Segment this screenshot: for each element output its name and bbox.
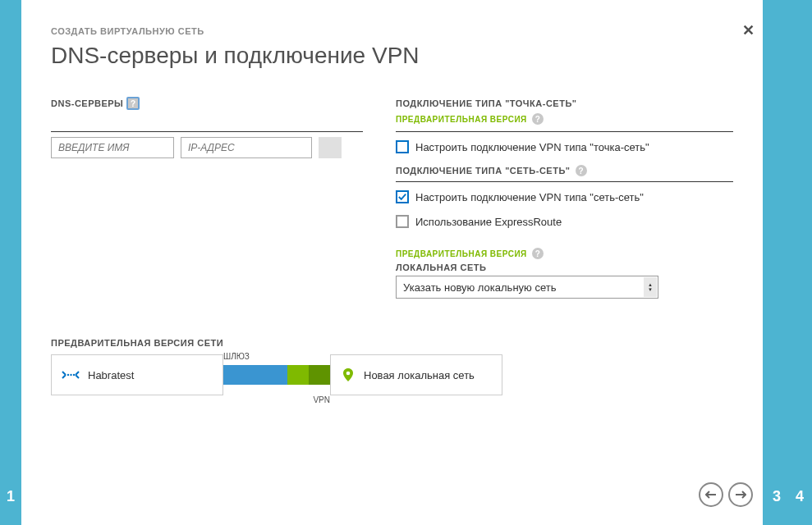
step-number-3: 3 [773,488,781,505]
checkbox-checked-icon [396,190,409,203]
gateway-blue-bar [223,365,287,385]
select-arrows-icon: ▲▼ [644,277,657,297]
local-network-box: Новая локальная сеть [330,354,502,395]
p2s-checkbox-row[interactable]: Настроить подключение VPN типа "точка-се… [396,140,733,153]
svg-point-3 [346,372,351,376]
help-icon[interactable]: ? [126,97,140,110]
point-to-site-label: ПОДКЛЮЧЕНИЕ ТИПА "ТОЧКА-СЕТЬ" [396,98,577,108]
location-pin-icon [341,368,356,382]
preview-tag: ПРЕДВАРИТЕЛЬНАЯ ВЕРСИЯ [396,115,527,124]
local-network-name: Новая локальная сеть [364,369,475,381]
dns-servers-label: DNS-СЕРВЕРЫ ? [51,97,140,110]
expressroute-checkbox-row[interactable]: Использование ExpressRoute [396,215,733,228]
local-network-label: ЛОКАЛЬНАЯ СЕТЬ [396,262,733,272]
dns-name-input[interactable] [51,137,174,158]
dns-servers-label-text: DNS-СЕРВЕРЫ [51,98,123,108]
dns-ip-input[interactable] [181,137,312,158]
next-button[interactable] [728,482,753,507]
wizard-content: СОЗДАТЬ ВИРТУАЛЬНУЮ СЕТЬ DNS-серверы и п… [21,0,763,525]
s2s-checkbox-label: Настроить подключение VPN типа "сеть-сет… [415,191,644,203]
local-network-select[interactable]: Указать новую локальную сеть ▲▼ [396,276,658,299]
network-diagram: Habratest ШЛЮЗ VPN Новая локальная сеть [51,354,733,395]
breadcrumb: СОЗДАТЬ ВИРТУАЛЬНУЮ СЕТЬ [51,26,733,36]
local-network-selected-value: Указать новую локальную сеть [403,281,556,294]
wizard-step-right-strip: 3 4 [763,0,812,525]
network-preview-label: ПРЕДВАРИТЕЛЬНАЯ ВЕРСИЯ СЕТИ [51,338,733,348]
step-number-4: 4 [796,488,804,505]
s2s-checkbox-row[interactable]: Настроить подключение VPN типа "сеть-сет… [396,190,733,203]
svg-point-1 [70,374,71,376]
checkbox-unchecked-icon [396,215,409,228]
gateway-label: ШЛЮЗ [223,352,250,361]
checkbox-unchecked-icon [396,140,409,153]
dns-add-button[interactable] [319,137,342,158]
vnet-icon [62,368,80,382]
nav-buttons [699,482,753,507]
vnet-box: Habratest [51,354,223,395]
gateway-green-bar [287,365,309,385]
svg-point-2 [73,374,75,376]
gateway-darkgreen-bar [309,365,330,385]
vpn-label: VPN [313,395,330,404]
svg-point-0 [67,374,69,376]
expressroute-label: Использование ExpressRoute [415,216,562,228]
site-to-site-label: ПОДКЛЮЧЕНИЕ ТИПА "СЕТЬ-СЕТЬ" [396,166,571,176]
vnet-name: Habratest [88,369,134,381]
gateway-segment: ШЛЮЗ VPN [223,354,330,395]
step-number-1: 1 [7,488,15,505]
help-icon[interactable]: ? [532,248,544,259]
p2s-checkbox-label: Настроить подключение VPN типа "точка-се… [415,141,649,153]
wizard-step-left-strip: 1 [0,0,21,525]
help-icon[interactable]: ? [532,113,544,125]
help-icon[interactable]: ? [576,165,587,176]
page-title: DNS-серверы и подключение VPN [51,43,733,69]
back-button[interactable] [699,482,723,507]
preview-tag: ПРЕДВАРИТЕЛЬНАЯ ВЕРСИЯ [396,249,527,258]
dns-input-row [51,131,363,158]
